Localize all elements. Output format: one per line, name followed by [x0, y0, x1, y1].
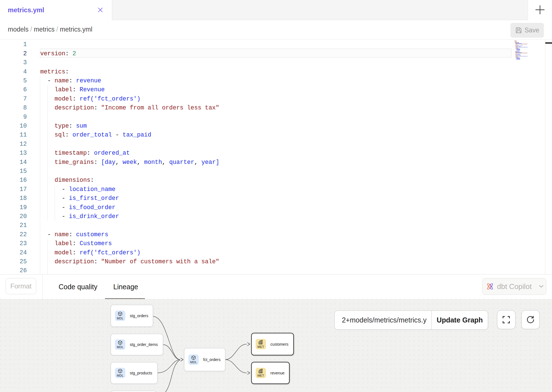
svg-text:fct_orders: fct_orders — [203, 357, 220, 362]
svg-text:stg_order_items: stg_order_items — [130, 342, 158, 347]
svg-text:stg_products: stg_products — [130, 371, 152, 375]
svg-text:stg_orders: stg_orders — [130, 314, 148, 318]
svg-text:MDL: MDL — [190, 360, 197, 364]
svg-text:customers: customers — [270, 342, 289, 346]
svg-text:MET: MET — [257, 374, 264, 377]
svg-text:MET: MET — [257, 345, 264, 348]
svg-text:MDL: MDL — [117, 345, 123, 349]
svg-text:MDL: MDL — [117, 374, 123, 377]
svg-text:revenue: revenue — [270, 371, 285, 375]
svg-text:MDL: MDL — [117, 317, 123, 320]
